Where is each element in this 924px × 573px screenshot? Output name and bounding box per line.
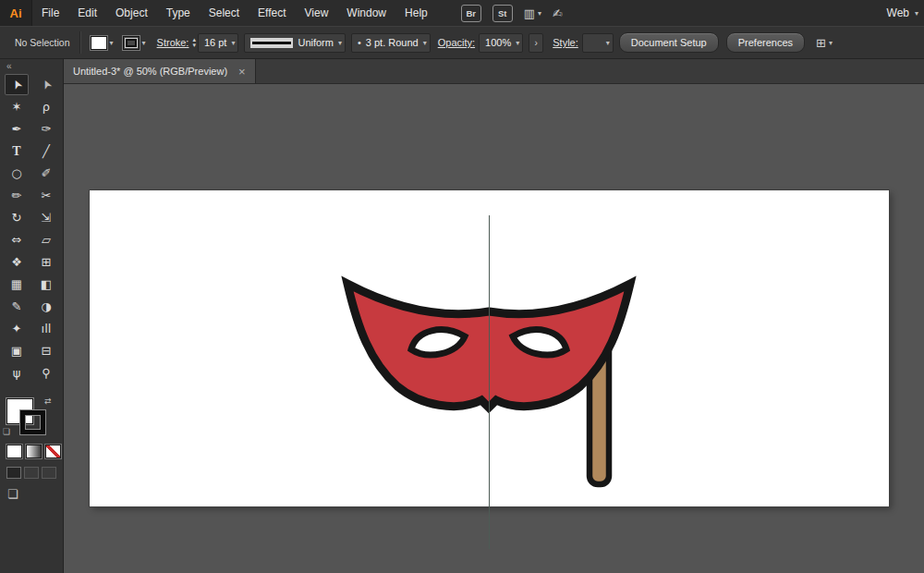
scale-tool-icon: ⇲ bbox=[42, 211, 52, 225]
magic-wand-tool-icon: ✶ bbox=[12, 100, 22, 114]
selection-status: No Selection bbox=[15, 37, 70, 48]
menu-effect[interactable]: Effect bbox=[249, 0, 295, 26]
pencil-tool[interactable]: ✏ bbox=[5, 185, 29, 206]
more-options-button[interactable]: › bbox=[529, 33, 543, 53]
curvature-tool[interactable]: ✑ bbox=[34, 118, 58, 140]
vertical-guide[interactable] bbox=[489, 215, 490, 549]
opacity-panel-link[interactable]: Opacity: bbox=[438, 37, 475, 48]
preferences-button[interactable]: Preferences bbox=[726, 32, 805, 53]
slice-tool-icon: ⊟ bbox=[42, 344, 52, 358]
canvas[interactable] bbox=[64, 84, 924, 573]
gradient-button[interactable] bbox=[26, 445, 42, 458]
column-graph-tool[interactable]: ıll bbox=[34, 318, 58, 339]
symbol-sprayer-tool[interactable]: ✦ bbox=[5, 318, 29, 339]
menu-object[interactable]: Object bbox=[106, 0, 157, 26]
swap-colors-icon[interactable]: ⇄ bbox=[44, 396, 52, 406]
chevron-down-icon: ▾ bbox=[338, 39, 342, 47]
brush-dot-icon: • bbox=[358, 37, 361, 48]
width-tool-icon: ⇔ bbox=[12, 233, 22, 247]
brush-combo[interactable]: • 3 pt. Round ▾ bbox=[351, 33, 431, 53]
document-setup-button[interactable]: Document Setup bbox=[619, 32, 719, 53]
menu-edit[interactable]: Edit bbox=[68, 0, 106, 26]
zoom-tool[interactable]: ⚲ bbox=[34, 362, 58, 384]
stepper-down-icon[interactable]: ▾ bbox=[192, 43, 196, 48]
color-button[interactable] bbox=[6, 445, 22, 458]
width-tool[interactable]: ⇔ bbox=[5, 229, 29, 250]
stroke-weight-stepper[interactable]: ▴ ▾ bbox=[192, 37, 196, 48]
draw-inside-button[interactable] bbox=[42, 467, 56, 479]
opacity-combo[interactable]: 100% ▾ bbox=[479, 33, 523, 53]
document-tab[interactable]: Untitled-3* @ 50% (RGB/Preview) × bbox=[64, 59, 256, 83]
slice-tool[interactable]: ⊟ bbox=[34, 340, 58, 361]
pen-tool[interactable]: ✒ bbox=[5, 118, 29, 140]
separator bbox=[79, 31, 81, 54]
paintbrush-tool[interactable]: ✐ bbox=[34, 163, 58, 184]
eyedropper-tool[interactable]: ✎ bbox=[5, 296, 29, 317]
transform-options-button[interactable]: ⊞ ▾ bbox=[816, 36, 833, 50]
magic-wand-tool[interactable]: ✶ bbox=[5, 96, 29, 117]
menu-view[interactable]: View bbox=[296, 0, 338, 26]
hand-tool[interactable]: ψ bbox=[5, 362, 29, 384]
menu-window[interactable]: Window bbox=[337, 0, 395, 26]
arrange-documents-button[interactable]: ▥ ▾ bbox=[524, 6, 541, 20]
menu-select[interactable]: Select bbox=[200, 0, 249, 26]
menu-type[interactable]: Type bbox=[157, 0, 200, 26]
stroke-profile-preview bbox=[250, 38, 293, 48]
stroke-panel-link[interactable]: Stroke: bbox=[157, 37, 189, 48]
stock-button[interactable]: St bbox=[492, 5, 513, 22]
pencil-tool-icon: ✏ bbox=[12, 189, 22, 202]
menu-file[interactable]: File bbox=[32, 0, 68, 26]
ellipse-tool[interactable]: ○ bbox=[5, 163, 29, 184]
curvature-tool-icon: ✑ bbox=[42, 122, 52, 136]
stroke-color-dropdown[interactable]: ▾ bbox=[123, 36, 146, 50]
perspective-grid-tool[interactable]: ⊞ bbox=[34, 251, 58, 273]
fill-color-swatch bbox=[91, 36, 107, 50]
stroke-ring-icon bbox=[126, 39, 137, 47]
direct-selection-tool-icon: ➤ bbox=[38, 77, 55, 91]
default-colors-icon[interactable]: ❏ bbox=[3, 427, 10, 436]
collapse-panel-button[interactable]: « bbox=[0, 59, 63, 74]
blend-tool[interactable]: ◑ bbox=[34, 296, 58, 317]
pen-tool-icon: ✒ bbox=[12, 122, 22, 136]
touch-workspace-button[interactable]: ✍ bbox=[553, 6, 563, 20]
stroke-color-swatch bbox=[123, 36, 140, 50]
bridge-button[interactable]: Br bbox=[461, 5, 481, 22]
tools-grid: ➤➤✶ρ✒✑T╱○✐✏✂↻⇲⇔▱❖⊞▦◧✎◑✦ıll▣⊟ψ⚲ bbox=[0, 74, 63, 384]
stroke-profile-line-icon bbox=[252, 42, 291, 44]
chevron-down-icon: ▾ bbox=[606, 39, 610, 47]
shape-builder-tool[interactable]: ❖ bbox=[5, 251, 29, 273]
selection-tool[interactable]: ➤ bbox=[5, 74, 29, 95]
close-tab-icon[interactable]: × bbox=[238, 66, 246, 78]
draw-normal-button[interactable] bbox=[6, 467, 21, 479]
scissors-tool[interactable]: ✂ bbox=[34, 185, 58, 206]
stroke-weight-combo[interactable]: 16 pt ▾ bbox=[198, 33, 238, 53]
menu-help[interactable]: Help bbox=[395, 0, 437, 26]
fill-color-dropdown[interactable]: ▾ bbox=[91, 36, 114, 50]
none-button[interactable] bbox=[45, 445, 61, 458]
direct-selection-tool[interactable]: ➤ bbox=[34, 74, 58, 95]
mesh-tool[interactable]: ▦ bbox=[5, 274, 29, 295]
rotate-tool[interactable]: ↻ bbox=[5, 207, 29, 228]
lasso-tool[interactable]: ρ bbox=[34, 96, 58, 117]
line-segment-tool[interactable]: ╱ bbox=[34, 140, 58, 162]
gradient-tool[interactable]: ◧ bbox=[34, 274, 58, 295]
blend-tool-icon: ◑ bbox=[41, 299, 51, 313]
artboard-tool[interactable]: ▣ bbox=[5, 340, 29, 361]
stroke-swatch[interactable] bbox=[20, 410, 45, 434]
appbar-icons: Br St ▥ ▾ ✍ bbox=[461, 5, 563, 22]
type-tool[interactable]: T bbox=[5, 140, 29, 162]
scale-tool[interactable]: ⇲ bbox=[34, 207, 58, 228]
menu-bar: Ai File Edit Object Type Select Effect V… bbox=[0, 0, 924, 26]
free-transform-tool[interactable]: ▱ bbox=[34, 229, 58, 250]
draw-behind-button[interactable] bbox=[24, 467, 39, 479]
ellipse-tool-icon: ○ bbox=[11, 166, 21, 180]
illustrator-window: Ai File Edit Object Type Select Effect V… bbox=[0, 0, 924, 573]
chevron-down-icon: ▾ bbox=[110, 39, 114, 47]
workspace-label: Web bbox=[887, 6, 909, 19]
style-panel-link[interactable]: Style: bbox=[553, 37, 578, 48]
style-combo[interactable]: ▾ bbox=[582, 33, 614, 53]
screen-mode-button[interactable]: ❏ bbox=[7, 487, 18, 501]
width-profile-combo[interactable]: Uniform ▾ bbox=[244, 33, 346, 53]
document-tab-title: Untitled-3* @ 50% (RGB/Preview) bbox=[73, 66, 227, 77]
workspace-switcher[interactable]: Web ▾ bbox=[887, 6, 918, 19]
